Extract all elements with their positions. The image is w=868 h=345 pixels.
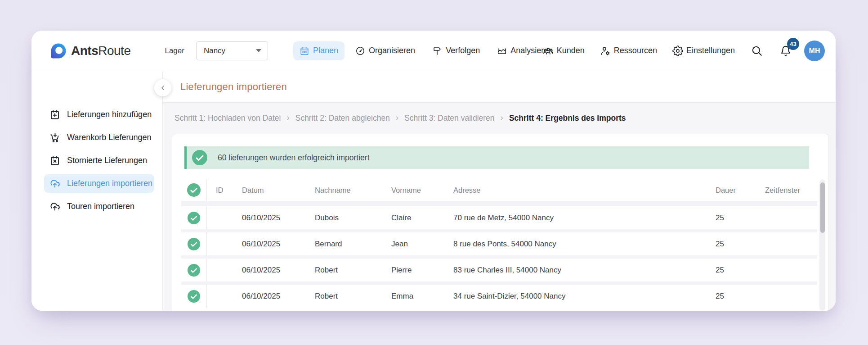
cell-nachname: Dubois	[306, 213, 382, 222]
check-circle-icon	[181, 259, 207, 281]
warehouse-selected-value: Nancy	[204, 46, 225, 55]
nav-label: Organisieren	[369, 46, 415, 55]
person-gear-icon	[600, 45, 611, 56]
column-header-zeitfenster: Zeitfenster	[756, 186, 817, 195]
check-circle-icon	[181, 179, 207, 201]
nav-label: Kunden	[557, 46, 585, 55]
nav-item-organisieren[interactable]: Organisieren	[349, 41, 421, 60]
notifications-button[interactable]: 43	[778, 43, 793, 59]
sidebar-item-label: Lieferungen hinzufügen	[67, 110, 152, 119]
nav-label: Einstellungen	[686, 46, 735, 55]
page-header: Lieferungen importieren	[163, 71, 836, 103]
chevron-right-icon: ›	[396, 113, 398, 123]
table-scrollbar[interactable]	[819, 179, 825, 311]
signpost-icon	[432, 46, 442, 56]
top-navbar: AntsRoute Lager Nancy Planen Organisiere…	[31, 31, 836, 71]
search-icon[interactable]	[749, 43, 765, 59]
nav-item-kunden[interactable]: Kunden	[542, 42, 586, 60]
page-title: Lieferungen importieren	[180, 81, 287, 93]
cell-nachname: Robert	[306, 292, 382, 301]
table-row: 06/10/2025 Bernard Jean 8 rue des Ponts,…	[181, 232, 817, 255]
cloud-upload-icon	[49, 201, 60, 212]
cell-vorname: Emma	[382, 292, 444, 301]
column-header-vorname: Vorname	[382, 186, 444, 195]
table-row: 06/10/2025 Robert Emma 34 rue Saint-Dizi…	[181, 285, 817, 308]
table-row: 06/10/2025 Robert Pierre 83 rue Charles …	[181, 259, 817, 281]
cell-nachname: Bernard	[306, 240, 382, 249]
app-window: AntsRoute Lager Nancy Planen Organisiere…	[31, 31, 836, 311]
gauge-icon	[355, 46, 365, 56]
scrollbar-thumb[interactable]	[820, 182, 825, 233]
import-result-panel: 60 lieferungen wurden erfolgreich import…	[172, 134, 829, 311]
antsroute-logo-icon	[50, 43, 67, 59]
brand-name: AntsRoute	[71, 44, 130, 58]
sidebar-item-label: Warenkorb Lieferungen	[67, 133, 151, 142]
column-header-adresse: Adresse	[444, 186, 707, 195]
table-row: 06/10/2025 Dubois Claire 70 rue de Metz,…	[181, 206, 817, 229]
cell-datum: 06/10/2025	[233, 292, 306, 301]
cell-vorname: Claire	[382, 213, 444, 222]
sidebar-item-touren-importieren[interactable]: Touren importieren	[44, 197, 154, 216]
wizard-steps: Schritt 1: Hochladen von Datei › Schritt…	[163, 103, 836, 123]
step-2[interactable]: Schritt 2: Daten abgleichen	[295, 113, 390, 123]
import-result-table: ID Datum Nachname Vorname Adresse Dauer …	[181, 179, 817, 308]
user-avatar[interactable]: MH	[804, 41, 825, 61]
chevron-left-icon	[159, 84, 166, 91]
warehouse-label: Lager	[165, 46, 184, 55]
nav-label: Planen	[313, 46, 338, 55]
sidebar-item-lieferungen-hinzufuegen[interactable]: Lieferungen hinzufügen	[44, 105, 154, 124]
cell-adresse: 70 rue de Metz, 54000 Nancy	[444, 213, 707, 222]
sidebar: Lieferungen hinzufügen Warenkorb Lieferu…	[31, 71, 163, 311]
nav-item-einstellungen[interactable]: Einstellungen	[671, 42, 736, 60]
people-icon	[543, 45, 554, 56]
cell-dauer: 25	[707, 240, 756, 249]
cell-dauer: 25	[707, 292, 756, 301]
nav-label: Ressourcen	[614, 46, 657, 55]
cell-datum: 06/10/2025	[233, 213, 306, 222]
nav-item-verfolgen[interactable]: Verfolgen	[426, 41, 486, 60]
cell-adresse: 8 rue des Ponts, 54000 Nancy	[444, 240, 707, 249]
column-header-id: ID	[207, 186, 233, 195]
cell-vorname: Jean	[382, 240, 444, 249]
nav-item-planen[interactable]: Planen	[293, 41, 345, 60]
main-area: Lieferungen importieren Schritt 1: Hochl…	[163, 71, 836, 311]
step-1[interactable]: Schritt 1: Hochladen von Datei	[174, 113, 281, 123]
check-circle-icon	[181, 232, 207, 255]
success-banner-text: 60 lieferungen wurden erfolgreich import…	[218, 153, 370, 163]
chevron-right-icon: ›	[286, 113, 289, 123]
sidebar-item-stornierte-lieferungen[interactable]: Stornierte Lieferungen	[44, 151, 154, 170]
warehouse-select[interactable]: Nancy	[196, 41, 268, 60]
column-header-datum: Datum	[233, 186, 306, 195]
check-circle-icon	[181, 206, 207, 229]
sidebar-collapse-button[interactable]	[154, 79, 171, 96]
success-banner: 60 lieferungen wurden erfolgreich import…	[184, 146, 809, 169]
cell-nachname: Robert	[306, 266, 382, 275]
column-header-dauer: Dauer	[707, 186, 756, 195]
nav-label: Verfolgen	[446, 46, 480, 55]
nav-item-ressourcen[interactable]: Ressourcen	[599, 42, 658, 60]
secondary-nav: Kunden Ressourcen Einstellungen	[542, 31, 825, 71]
check-circle-icon	[181, 285, 207, 308]
calendar-plus-icon	[49, 109, 60, 120]
sidebar-item-warenkorb-lieferungen[interactable]: Warenkorb Lieferungen	[44, 128, 154, 147]
cloud-upload-icon	[49, 178, 60, 189]
cell-datum: 06/10/2025	[233, 266, 306, 275]
sidebar-item-lieferungen-importieren[interactable]: Lieferungen importieren	[44, 174, 154, 193]
gear-icon	[672, 45, 683, 56]
column-header-nachname: Nachname	[306, 186, 382, 195]
sidebar-item-label: Stornierte Lieferungen	[67, 156, 147, 165]
calendar-icon	[300, 46, 309, 56]
check-circle-icon	[192, 150, 207, 165]
brand-logo[interactable]: AntsRoute	[50, 43, 130, 59]
step-4-current: Schritt 4: Ergebnis des Imports	[509, 113, 626, 123]
cell-vorname: Pierre	[382, 266, 444, 275]
sidebar-item-label: Lieferungen importieren	[67, 179, 152, 188]
chevron-down-icon	[256, 49, 261, 52]
step-3[interactable]: Schritt 3: Daten validieren	[404, 113, 494, 123]
cell-datum: 06/10/2025	[233, 240, 306, 249]
notification-badge: 43	[787, 38, 799, 50]
chart-icon	[497, 46, 507, 56]
primary-nav: Planen Organisieren Verfolgen Analysiere…	[293, 31, 559, 71]
sidebar-item-label: Touren importieren	[67, 202, 134, 211]
chevron-right-icon: ›	[501, 113, 503, 123]
